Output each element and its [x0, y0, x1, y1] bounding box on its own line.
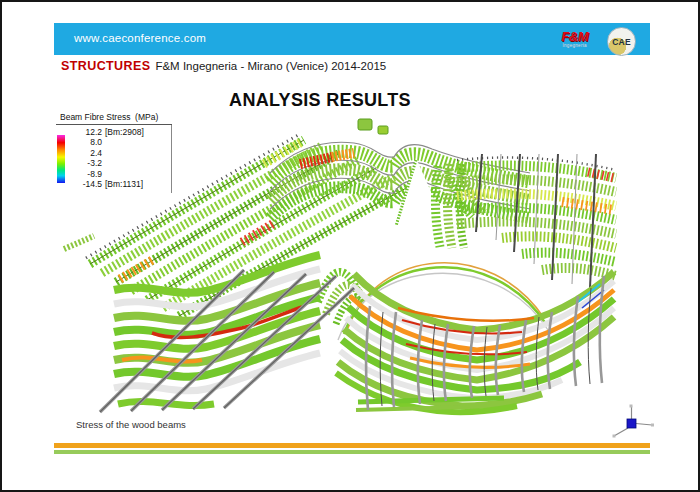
axis-triad: [613, 405, 655, 438]
footer-stripe-orange: [54, 443, 650, 448]
footer-stripe-green: [54, 450, 650, 454]
ridge-bands: [270, 119, 530, 218]
slide-frame: www.caeconference.com F&M Ingegneria CAE…: [0, 0, 700, 492]
right-roof-bands: [457, 154, 616, 288]
roof-fold-bands: [435, 164, 464, 248]
caption: Stress of the wood beams: [76, 419, 186, 430]
